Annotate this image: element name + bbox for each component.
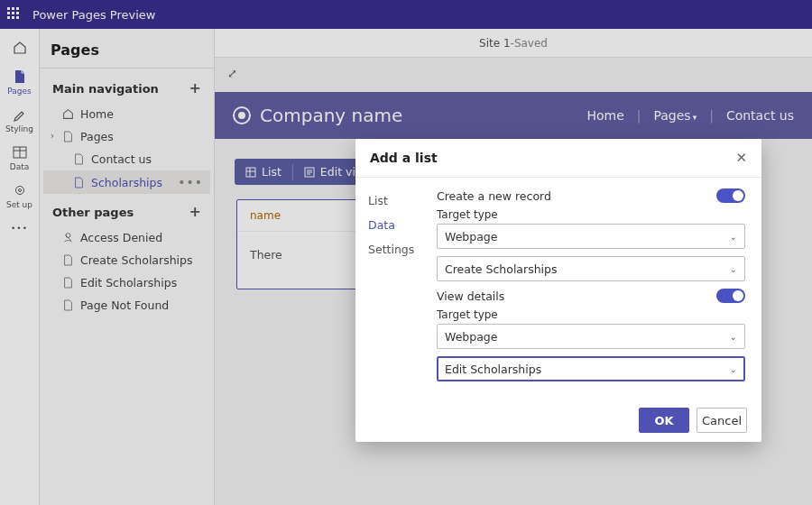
chevron-down-icon: ⌄ <box>730 332 737 342</box>
ok-button[interactable]: OK <box>639 408 689 433</box>
target-type-label-2: Target type <box>437 308 745 321</box>
target-type-select-2[interactable]: Webpage ⌄ <box>437 324 745 349</box>
create-record-label: Create a new record <box>437 189 551 203</box>
create-record-toggle[interactable] <box>716 188 745 203</box>
chevron-down-icon: ⌄ <box>730 232 737 242</box>
view-details-toggle[interactable] <box>716 289 745 303</box>
modal-tab-settings[interactable]: Settings <box>359 237 429 262</box>
view-details-label: View details <box>437 289 504 303</box>
target-type-label-1: Target type <box>437 208 745 221</box>
modal-tab-data[interactable]: Data <box>359 213 429 237</box>
chevron-down-icon: ⌄ <box>730 264 737 274</box>
modal-title: Add a list <box>370 151 438 165</box>
close-icon[interactable]: ✕ <box>735 150 747 166</box>
edit-page-select[interactable]: Edit Scholarships ⌄ <box>437 356 745 381</box>
add-list-modal: Add a list ✕ List Data Settings Create a… <box>355 139 761 442</box>
modal-tab-list[interactable]: List <box>359 188 429 213</box>
modal-tabs: List Data Settings <box>355 178 433 399</box>
chevron-down-icon: ⌄ <box>730 364 737 374</box>
cancel-button[interactable]: Cancel <box>697 408 747 433</box>
create-page-select[interactable]: Create Scholarships ⌄ <box>437 256 745 281</box>
target-type-select-1[interactable]: Webpage ⌄ <box>437 224 745 249</box>
